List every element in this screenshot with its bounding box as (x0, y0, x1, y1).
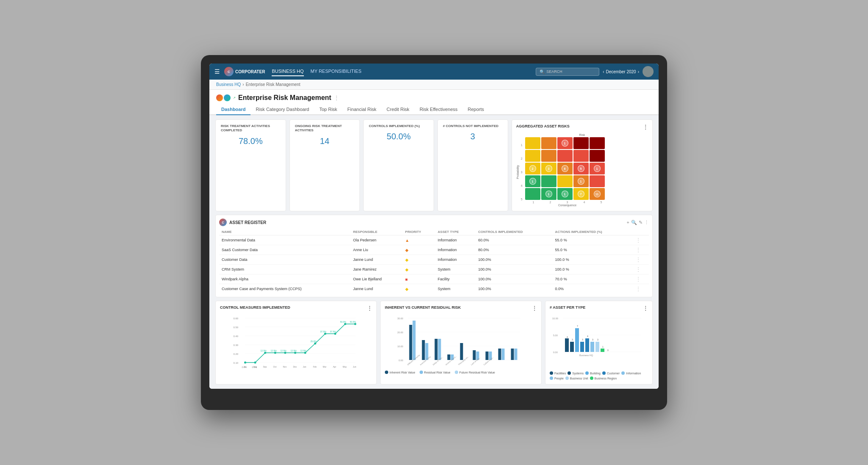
cell-actions: 0.0% (553, 284, 633, 294)
cell-row-menu[interactable]: ⋮ (633, 255, 649, 265)
cell-controls: 100.0% (476, 265, 552, 274)
risk-matrix-menu[interactable]: ⋮ (643, 124, 648, 130)
asset-type-title: # ASSET PER TYPE (550, 305, 585, 311)
cell-priority: ▲ (403, 235, 435, 245)
kpi-risk-treatment-value: 78.0% (221, 136, 281, 146)
svg-rect-62 (448, 354, 451, 360)
matrix-cell: 5 (573, 163, 589, 174)
inherent-residual-card: INHERENT VS CURRENT RESIDUAL RISK ⋮ 30.0… (380, 301, 542, 385)
cell-controls: 60.0% (476, 235, 552, 245)
asset-type-legend: Facilities Systems Building Customer Inf… (550, 371, 648, 380)
svg-text:4: 4 (567, 336, 568, 338)
asset-type-title-row: # ASSET PER TYPE ⋮ (550, 305, 648, 311)
cell-responsible: Ola Pedersen (351, 235, 403, 245)
svg-point-22 (344, 323, 346, 325)
legend-inherent-label: Inherent Risk Value (389, 371, 415, 374)
svg-point-13 (254, 362, 256, 364)
matrix-badge-value: 1 (594, 165, 601, 172)
cell-row-menu[interactable]: ⋮ (633, 235, 649, 245)
menu-icon[interactable]: ☰ (214, 68, 220, 75)
search-box[interactable]: 🔍 SEARCH (536, 68, 599, 76)
page-options-icon[interactable]: ⋮ (334, 95, 339, 101)
logo-text: CORPORATER (235, 69, 265, 74)
asset-type-menu[interactable]: ⋮ (643, 305, 648, 311)
navbar-link-my-responsibilities[interactable]: MY RESPONSIBILITIES (311, 67, 362, 76)
svg-text:0.00: 0.00 (399, 359, 403, 362)
tab-risk-effectiveness[interactable]: Risk Effectiveness (415, 104, 463, 115)
legend-business-region: Business Region (590, 376, 617, 380)
cell-row-menu[interactable]: ⋮ (633, 284, 649, 294)
table-row[interactable]: Windpark Alpha Owe Lie Bjelland ■ Facili… (219, 274, 649, 284)
tab-credit-risk[interactable]: Credit Risk (381, 104, 415, 115)
matrix-cell (590, 137, 605, 149)
cell-responsible: Anne Liu (351, 245, 403, 255)
edit-icon-toolbar[interactable]: ✎ (639, 220, 643, 225)
cell-name: Customer Case and Payments System (CCPS) (219, 284, 351, 294)
inherent-residual-title: INHERENT VS CURRENT RESIDUAL RISK (385, 305, 461, 311)
svg-text:12.5%: 12.5% (300, 349, 307, 352)
svg-rect-70 (498, 349, 501, 360)
col-asset-type: ASSET TYPE (435, 229, 476, 235)
search-icon-toolbar[interactable]: 🔍 (631, 220, 637, 225)
matrix-cell: 11 (590, 188, 605, 200)
kpi-controls-not-implemented: # CONTROLS NOT IMPLEMENTED 3 (437, 119, 508, 211)
cell-actions: 100.0 % (553, 265, 633, 274)
tab-reports[interactable]: Reports (463, 104, 490, 115)
matrix-cell (557, 175, 573, 187)
tab-top-risk[interactable]: Top Risk (314, 104, 342, 115)
svg-text:7: 7 (577, 325, 578, 327)
breadcrumb-home[interactable]: Business HQ (216, 82, 241, 87)
col-actions: ACTIONS IMPLEMENTED (%) (553, 229, 633, 235)
table-row[interactable]: SaaS Customer Data Anne Liu ◆ Informatio… (219, 245, 649, 255)
prev-icon[interactable]: ‹ (603, 69, 604, 74)
cell-controls: 80.0% (476, 245, 552, 255)
svg-text:50.0%: 50.0% (350, 321, 356, 323)
svg-text:10.00: 10.00 (398, 345, 403, 348)
svg-point-14 (264, 352, 266, 354)
table-row[interactable]: Customer Case and Payments System (CCPS)… (219, 284, 649, 294)
asset-type-svg: 10.00 5.00 0.00 Business HQ (550, 314, 648, 369)
table-row[interactable]: CRM System Jane Ramirez ◆ System 100.0% … (219, 265, 649, 274)
search-icon: 🔍 (540, 69, 545, 74)
navbar-link-business-hq[interactable]: BUSINESS HQ (272, 67, 303, 76)
svg-text:Third party inv...: Third party inv... (458, 355, 470, 365)
table-row[interactable]: Environmental Data Ola Pedersen ▲ Inform… (219, 235, 649, 245)
tab-risk-category[interactable]: Risk Category Dashboard (250, 104, 314, 115)
matrix-badge-value: 1 (562, 191, 568, 197)
cell-name: Environmental Data (219, 235, 351, 245)
table-row[interactable]: Customer Data Janne Lund ◆ Information 1… (219, 255, 649, 265)
inherent-residual-menu[interactable]: ⋮ (532, 305, 537, 311)
svg-rect-92 (580, 342, 584, 352)
legend-people: People (550, 376, 564, 380)
add-icon[interactable]: + (627, 220, 629, 225)
matrix-cell: 1 (557, 188, 573, 200)
svg-text:Oct: Oct (273, 365, 277, 368)
matrix-badge-value: 2 (529, 165, 536, 172)
control-measures-title: CONTROL MEASURES IMPLEMENTED (220, 305, 290, 311)
aggregated-risk-matrix-card: AGGREGATED ASSET RISKS ⋮ Risk Probabilit… (512, 119, 653, 211)
col-controls: CONTROLS IMPLEMENTED (476, 229, 552, 235)
svg-text:Mar: Mar (323, 365, 327, 368)
tab-dashboard[interactable]: Dashboard (216, 104, 250, 115)
breadcrumb-current: Enterprise Risk Management (246, 82, 300, 87)
svg-text:Jan: Jan (303, 365, 306, 368)
tab-financial-risk[interactable]: Financial Risk (342, 104, 381, 115)
main-content: RISK TREATMENT ACTIVITIES COMPLETED 78.0… (209, 115, 659, 389)
cell-responsible: Owe Lie Bjelland (351, 274, 403, 284)
cell-row-menu[interactable]: ⋮ (633, 245, 649, 255)
next-icon[interactable]: › (638, 69, 639, 74)
avatar[interactable] (643, 66, 654, 77)
line-chart-svg: 0.60 0.50 0.40 0.30 0.20 0.10 (220, 314, 372, 369)
matrix-cell (590, 150, 605, 162)
cell-row-menu[interactable]: ⋮ (633, 274, 649, 284)
matrix-badge-value: 3 (545, 165, 552, 172)
laptop-frame: ☰ C CORPORATER BUSINESS HQ MY RESPONSIBI… (201, 55, 667, 410)
more-icon-toolbar[interactable]: ⋮ (644, 220, 649, 225)
cell-row-menu[interactable]: ⋮ (633, 265, 649, 274)
svg-rect-64 (460, 343, 463, 360)
svg-text:0.20: 0.20 (234, 353, 239, 355)
asset-table-body: Environmental Data Ola Pedersen ▲ Inform… (219, 235, 649, 294)
cell-actions: 100.0 % (553, 255, 633, 265)
control-measures-menu[interactable]: ⋮ (367, 305, 372, 311)
cell-controls: 100.0% (476, 274, 552, 284)
